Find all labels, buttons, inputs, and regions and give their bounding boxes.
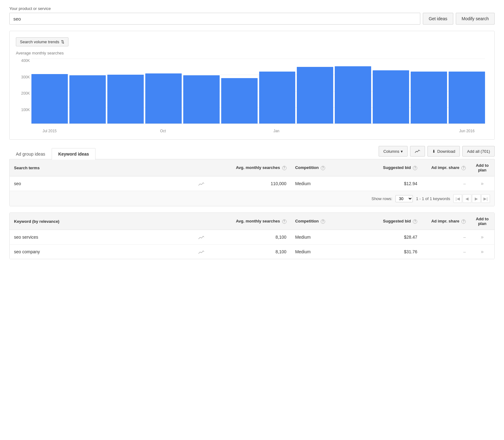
rows-select-box[interactable]: 30 50 100 [395,195,413,202]
search-terms-tbody: seo 110,000 Medium $12.94 – » [10,176,494,191]
page-first-button[interactable]: |◀ [453,194,462,203]
mini-line-chart-icon [198,182,204,186]
chart-card: Search volume trends ⇅ Average monthly s… [9,31,495,140]
download-button[interactable]: ⬇ Download [427,146,460,157]
keyword-monthly-1: 8,100 [218,245,291,259]
keyword-trend-1[interactable] [194,245,218,259]
keyword-competition-0: Medium [291,230,359,245]
col-header-trend [194,159,218,176]
competition-help-icon[interactable]: ? [321,166,325,170]
rows-select[interactable]: 30 50 100 [395,195,413,202]
chart-bar-2 [107,75,144,124]
keyword-mini-chart-icon [198,250,204,254]
chart-toggle-button[interactable] [410,146,425,157]
search-terms-table: Search terms Avg. monthly searches ? Com… [10,159,494,191]
keyword-bid-0: $28.47 [359,230,422,245]
keyword-adimpr-help-icon[interactable]: ? [461,219,466,224]
col-header-avg-monthly: Avg. monthly searches ? [218,159,291,176]
search-label: Your product or service [9,6,495,11]
term-seo-trend[interactable] [194,176,218,191]
keyword-term-1: seo company [10,245,194,259]
search-terms-thead: Search terms Avg. monthly searches ? Com… [10,159,494,176]
term-seo-monthly: 110,000 [218,176,291,191]
y-label-100k: 100K [21,108,30,112]
keyword-add-0[interactable]: » [470,230,494,245]
chart-bar-5 [221,78,258,124]
line-chart-icon [415,148,420,154]
columns-label: Columns [383,149,399,154]
chart-dropdown-label: Search volume trends [20,40,59,44]
keyword-bid-help-icon[interactable]: ? [413,219,417,224]
page-last-button[interactable]: ▶| [481,194,490,203]
chart-bar-10 [411,72,447,124]
y-label-200k: 200K [21,91,30,96]
y-label-300k: 300K [21,75,30,79]
keyword-competition-help-icon[interactable]: ? [321,219,325,224]
toolbar: Columns ▾ ⬇ Download Add all (701) [379,146,495,159]
table-row: seo 110,000 Medium $12.94 – » [10,176,494,191]
keyword-ideas-table: Keyword (by relevance) Avg. monthly sear… [10,213,494,259]
keyword-add-1[interactable]: » [470,245,494,259]
chart-dropdown[interactable]: Search volume trends ⇅ [16,37,68,46]
term-seo-adimpr: – [422,176,470,191]
term-seo-competition: Medium [291,176,359,191]
col-header-search-terms: Search terms [10,159,194,176]
chart-bar-0 [31,74,68,124]
chart-bar-11 [449,72,485,124]
chart-bar-9 [373,70,409,124]
columns-chevron-icon: ▾ [401,149,403,154]
keyword-trend-0[interactable] [194,230,218,245]
keyword-monthly-0: 8,100 [218,230,291,245]
columns-button[interactable]: Columns ▾ [379,146,408,157]
page-nav: |◀ ◀ ▶ ▶| [453,194,490,203]
download-icon: ⬇ [432,149,436,154]
page-next-button[interactable]: ▶ [472,194,481,203]
keyword-table-row: seo company 8,100 Medium $31.76 – » [10,245,494,259]
term-seo: seo [10,176,194,191]
keyword-competition-1: Medium [291,245,359,259]
x-label-jan: Jan [273,129,279,133]
x-label-jul2015: Jul 2015 [43,129,57,133]
tab-ad-group-ideas[interactable]: Ad group ideas [9,148,52,160]
col-header-competition: Competition ? [291,159,359,176]
col-header-add: Add to plan [470,159,494,176]
page-prev-button[interactable]: ◀ [463,194,471,203]
chart-area: 400K 300K 200K 100K Jul 2015 Oct Jan Jun… [31,59,485,133]
keyword-ideas-tbody: seo services 8,100 Medium $28.47 – » seo… [10,230,494,259]
term-seo-add[interactable]: » [470,176,494,191]
col-header-bid: Suggested bid ? [359,159,422,176]
adimpr-help-icon[interactable]: ? [461,166,466,170]
modify-search-button[interactable]: Modify search [456,13,495,25]
search-input[interactable] [9,13,420,25]
keyword-ideas-section: Keyword (by relevance) Avg. monthly sear… [9,213,495,259]
keyword-adimpr-1: – [422,245,470,259]
show-rows-label: Show rows: [371,196,392,201]
term-seo-bid: $12.94 [359,176,422,191]
y-axis: 400K 300K 200K 100K [16,59,30,124]
dropdown-arrow-icon: ⇅ [61,40,64,44]
pagination-row: Show rows: 30 50 100 1 - 1 of 1 keywords… [10,191,494,206]
keyword-avg-monthly-help-icon[interactable]: ? [282,219,287,224]
avg-monthly-help-icon[interactable]: ? [282,166,287,170]
keyword-term-0: seo services [10,230,194,245]
col-header-keyword: Keyword (by relevance) [10,213,194,230]
keyword-mini-chart-icon [198,235,204,240]
get-ideas-button[interactable]: Get ideas [423,13,453,25]
chart-bar-8 [335,66,371,124]
chart-bar-3 [145,73,182,124]
col-header-keyword-add: Add to plan [470,213,494,230]
keyword-bid-1: $31.76 [359,245,422,259]
search-terms-section: Search terms Avg. monthly searches ? Com… [9,159,495,206]
tabs-row: Ad group ideas Keyword ideas [9,148,96,159]
chart-y-label: Average monthly searches [16,51,488,55]
chart-bar-1 [69,75,106,124]
y-label-400k: 400K [21,59,30,63]
col-header-keyword-competition: Competition ? [291,213,359,230]
col-header-keyword-monthly: Avg. monthly searches ? [218,213,291,230]
bid-help-icon[interactable]: ? [413,166,417,170]
x-label-oct: Oct [160,129,166,133]
add-all-button[interactable]: Add all (701) [462,146,495,157]
tab-keyword-ideas[interactable]: Keyword ideas [52,148,96,160]
keyword-adimpr-0: – [422,230,470,245]
col-header-adimpr: Ad impr. share ? [422,159,470,176]
